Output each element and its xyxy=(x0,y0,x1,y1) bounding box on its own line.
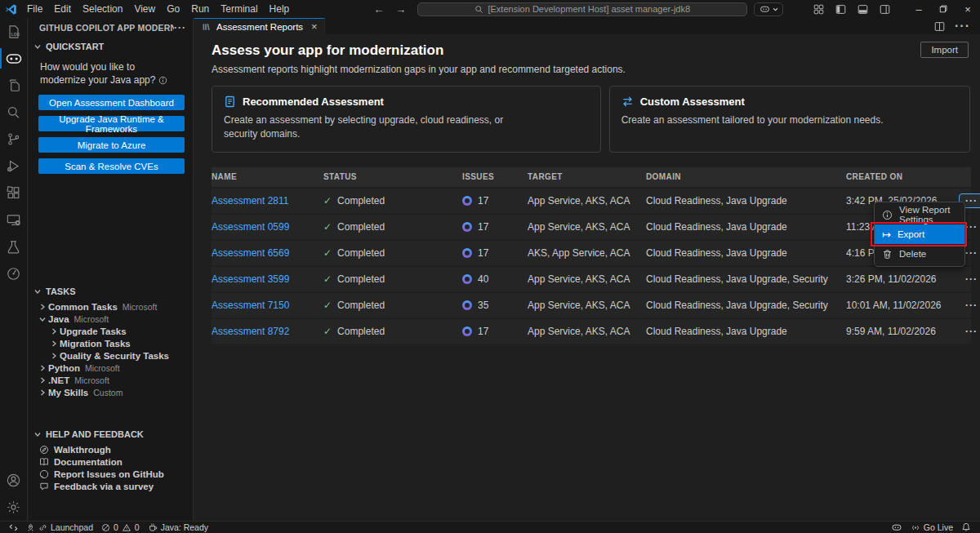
assessment-link[interactable]: Assessment 6569 xyxy=(212,247,323,259)
tree-item-my-skills[interactable]: My Skills Custom xyxy=(29,386,193,398)
menu-view[interactable]: View xyxy=(128,2,161,16)
domain-text: Cloud Readiness, Java Upgrade, Security xyxy=(646,273,846,285)
live-preview-icon[interactable] xyxy=(0,260,27,287)
error-count: 0 xyxy=(114,522,118,532)
open-assessment-dashboard-button[interactable]: Open Assessment Dashboard xyxy=(38,95,185,110)
error-icon xyxy=(101,523,110,532)
row-actions-button[interactable]: ··· xyxy=(959,324,980,339)
col-target: TARGET xyxy=(528,172,646,181)
help-item-feedback-survey[interactable]: Feedback via a survey xyxy=(29,480,193,492)
log-view-icon[interactable]: LOG xyxy=(0,18,27,45)
walkthrough-icon xyxy=(39,445,49,455)
tab-assessment-reports[interactable]: Assessment Reports × xyxy=(194,18,325,34)
help-section-header[interactable]: HELP AND FEEDBACK xyxy=(29,425,193,443)
search-view-icon[interactable] xyxy=(0,99,27,126)
notifications-status-item[interactable] xyxy=(957,522,975,533)
migrate-to-azure-button[interactable]: Migrate to Azure xyxy=(38,137,185,153)
row-actions-button[interactable]: ··· xyxy=(959,272,980,286)
menu-help[interactable]: Help xyxy=(264,2,296,16)
status-text: Completed xyxy=(337,273,385,285)
copilot-modernization-icon[interactable] xyxy=(0,45,27,72)
menu-file[interactable]: File xyxy=(21,2,48,16)
check-icon: ✓ xyxy=(323,195,332,207)
history-nav: ← → xyxy=(373,3,406,16)
menu-bar: File Edit Selection View Go Run Terminal… xyxy=(21,2,295,16)
import-button[interactable]: Import xyxy=(920,42,969,58)
info-icon[interactable] xyxy=(158,76,167,85)
tab-close-icon[interactable]: × xyxy=(311,20,318,33)
menu-item-view-report-settings[interactable]: View Report Settings xyxy=(875,205,964,224)
tree-item-badge: Custom xyxy=(93,388,122,398)
col-issues: ISSUES xyxy=(462,172,528,181)
menu-selection[interactable]: Selection xyxy=(77,2,128,16)
menu-item-delete[interactable]: Delete xyxy=(875,244,964,264)
help-item-documentation[interactable]: Documentation xyxy=(29,455,193,468)
assessment-link[interactable]: Assessment 7150 xyxy=(212,300,323,311)
explorer-icon[interactable] xyxy=(0,72,27,99)
java-status-item[interactable]: Java: Ready xyxy=(144,522,212,533)
remote-indicator[interactable] xyxy=(5,522,22,533)
upgrade-java-runtime-button[interactable]: Upgrade Java Runtime & Frameworks xyxy=(38,116,185,131)
chevron-right-icon xyxy=(37,387,48,398)
menu-edit[interactable]: Edit xyxy=(48,2,77,16)
toggle-primary-sidebar-icon[interactable] xyxy=(835,4,846,15)
tree-item-migration-tasks[interactable]: Migration Tasks xyxy=(29,337,193,349)
card-description: Create an assessment tailored to your mo… xyxy=(621,113,948,127)
chevron-right-icon xyxy=(48,338,60,349)
sidebar-more-actions-icon[interactable]: ··· xyxy=(174,22,186,33)
copilot-chat-button[interactable] xyxy=(754,2,783,16)
tree-item-java[interactable]: Java Microsoft xyxy=(29,313,193,325)
menu-terminal[interactable]: Terminal xyxy=(215,2,263,16)
problems-status-item[interactable]: 0 0 xyxy=(97,522,144,533)
run-debug-icon[interactable] xyxy=(0,153,27,180)
split-editor-icon[interactable] xyxy=(934,21,945,32)
copilot-status-item[interactable] xyxy=(887,522,906,533)
menu-go[interactable]: Go xyxy=(161,2,185,16)
extensions-icon[interactable] xyxy=(0,180,27,207)
tree-item-quality-security-tasks[interactable]: Quality & Security Tasks xyxy=(29,349,193,362)
tree-item-upgrade-tasks[interactable]: Upgrade Tasks xyxy=(29,325,193,337)
launchpad-status-item[interactable]: Launchpad xyxy=(22,522,97,533)
forward-arrow-icon[interactable]: → xyxy=(395,3,406,16)
back-arrow-icon[interactable]: ← xyxy=(373,3,384,16)
tree-item-python[interactable]: Python Microsoft xyxy=(29,362,193,374)
remote-icon xyxy=(9,523,18,532)
recommended-assessment-card[interactable]: Recommended Assessment Create an assessm… xyxy=(212,86,601,153)
tasks-section-header[interactable]: TASKS xyxy=(29,282,193,300)
more-actions-icon[interactable]: ··· xyxy=(955,19,970,33)
settings-gear-icon[interactable] xyxy=(0,494,27,521)
scan-resolve-cves-button[interactable]: Scan & Resolve CVEs xyxy=(38,158,185,174)
close-window-button[interactable]: × xyxy=(956,0,980,18)
go-live-status-item[interactable]: Go Live xyxy=(906,522,957,533)
assessment-link[interactable]: Assessment 3599 xyxy=(212,273,323,285)
restore-button[interactable] xyxy=(931,0,956,18)
minimize-button[interactable]: – xyxy=(906,0,931,18)
search-icon xyxy=(474,5,483,14)
quickstart-section-header[interactable]: QUICKSTART xyxy=(29,38,193,56)
assessment-link[interactable]: Assessment 2811 xyxy=(212,195,323,207)
toggle-secondary-sidebar-icon[interactable] xyxy=(880,4,890,15)
menu-run[interactable]: Run xyxy=(185,2,215,16)
custom-assessment-card[interactable]: Custom Assessment Create an assessment t… xyxy=(609,86,970,153)
assessment-link[interactable]: Assessment 8792 xyxy=(212,326,323,337)
assessment-link[interactable]: Assessment 0599 xyxy=(212,221,323,233)
customize-layout-icon[interactable] xyxy=(813,4,824,15)
testing-beaker-icon[interactable] xyxy=(0,233,27,260)
account-icon[interactable] xyxy=(0,467,27,494)
row-actions-button[interactable]: ··· xyxy=(959,298,980,313)
help-item-report-issues[interactable]: Report Issues on GitHub xyxy=(29,468,193,480)
source-control-icon[interactable] xyxy=(0,126,27,153)
toggle-panel-icon[interactable] xyxy=(858,4,868,15)
menu-item-export[interactable]: ↦ Export xyxy=(875,224,964,244)
tree-item-dotnet[interactable]: .NET Microsoft xyxy=(29,374,193,386)
chevron-down-icon xyxy=(32,286,43,297)
remote-explorer-icon[interactable] xyxy=(0,207,27,233)
created-on-text: 9:59 AM, 11/02/2026 xyxy=(846,326,952,337)
help-item-walkthrough[interactable]: Walkthrough xyxy=(29,443,193,455)
table-header: NAME STATUS ISSUES TARGET DOMAIN CREATED… xyxy=(212,167,971,187)
tree-item-common-tasks[interactable]: Common Tasks Microsoft xyxy=(29,300,193,313)
tree-item-badge: Microsoft xyxy=(85,363,120,373)
chevron-right-icon xyxy=(37,375,48,386)
card-description: Create an assessment by selecting upgrad… xyxy=(224,113,522,142)
command-center-search[interactable]: [Extension Development Host] asset manag… xyxy=(417,2,747,16)
